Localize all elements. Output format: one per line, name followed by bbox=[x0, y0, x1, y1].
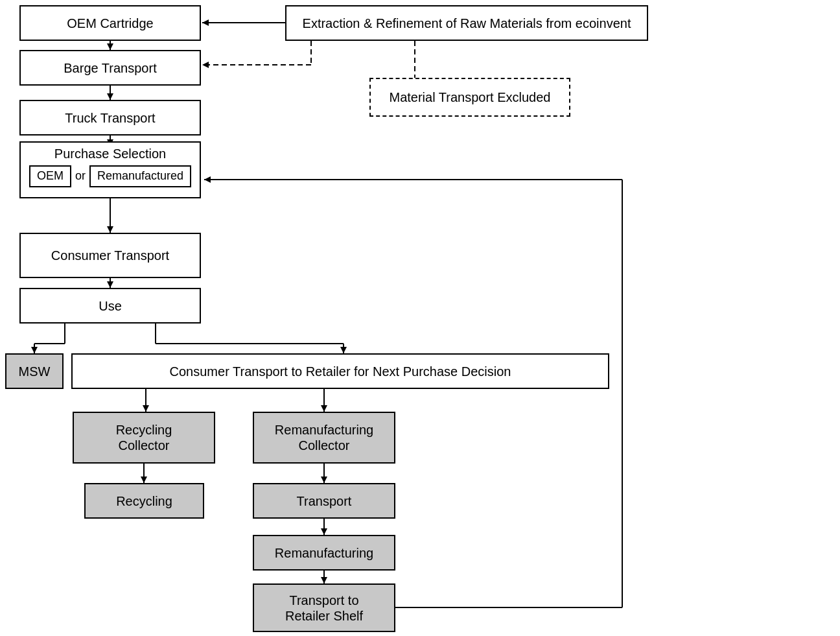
svg-marker-25 bbox=[321, 477, 327, 483]
svg-marker-9 bbox=[107, 281, 113, 288]
remanufactured-option: Remanufactured bbox=[89, 165, 191, 187]
consumer-transport-box: Consumer Transport bbox=[19, 233, 201, 278]
recycling-label: Recycling bbox=[116, 493, 172, 509]
svg-marker-35 bbox=[202, 19, 209, 26]
svg-marker-3 bbox=[107, 93, 113, 100]
recycling-collector-box: RecyclingCollector bbox=[73, 412, 215, 464]
transport-label: Transport bbox=[297, 493, 352, 509]
truck-transport-box: Truck Transport bbox=[19, 100, 201, 135]
purchase-selection-box: Purchase Selection OEM or Remanufactured bbox=[19, 141, 201, 198]
transport-box: Transport bbox=[253, 483, 395, 519]
truck-transport-label: Truck Transport bbox=[65, 110, 155, 126]
remanufacturing-collector-label: RemanufacturingCollector bbox=[275, 422, 373, 453]
svg-marker-21 bbox=[321, 405, 327, 412]
extraction-box: Extraction & Refinement of Raw Materials… bbox=[285, 5, 648, 41]
or-text: or bbox=[75, 169, 86, 183]
svg-marker-13 bbox=[31, 347, 38, 353]
remanufacturing-collector-box: RemanufacturingCollector bbox=[253, 412, 395, 464]
svg-marker-7 bbox=[107, 226, 113, 233]
recycling-box: Recycling bbox=[84, 483, 204, 519]
consumer-transport-retailer-box: Consumer Transport to Retailer for Next … bbox=[71, 353, 609, 389]
svg-marker-1 bbox=[107, 43, 113, 50]
svg-marker-33 bbox=[204, 176, 211, 183]
use-box: Use bbox=[19, 288, 201, 324]
transport-retailer-shelf-box: Transport toRetailer Shelf bbox=[253, 583, 395, 632]
consumer-transport-label: Consumer Transport bbox=[51, 248, 169, 263]
svg-marker-27 bbox=[321, 528, 327, 535]
use-label: Use bbox=[99, 298, 122, 314]
svg-marker-23 bbox=[141, 477, 147, 483]
barge-transport-box: Barge Transport bbox=[19, 50, 201, 86]
svg-marker-19 bbox=[143, 405, 149, 412]
msw-label: MSW bbox=[19, 364, 51, 379]
svg-marker-38 bbox=[202, 62, 209, 68]
oem-cartridge-box: OEM Cartridge bbox=[19, 5, 201, 41]
svg-marker-29 bbox=[321, 577, 327, 583]
transport-retailer-shelf-label: Transport toRetailer Shelf bbox=[285, 593, 363, 624]
oem-cartridge-label: OEM Cartridge bbox=[67, 16, 153, 31]
barge-transport-label: Barge Transport bbox=[64, 60, 156, 76]
purchase-selection-label: Purchase Selection bbox=[54, 146, 166, 161]
msw-box: MSW bbox=[5, 353, 64, 389]
material-transport-label: Material Transport Excluded bbox=[389, 89, 550, 105]
remanufacturing-label: Remanufacturing bbox=[275, 545, 373, 561]
recycling-collector-label: RecyclingCollector bbox=[116, 422, 172, 453]
oem-option: OEM bbox=[29, 165, 71, 187]
consumer-transport-retailer-label: Consumer Transport to Retailer for Next … bbox=[170, 364, 511, 379]
diagram: OEM Cartridge Barge Transport Truck Tran… bbox=[0, 0, 840, 636]
svg-marker-17 bbox=[340, 347, 347, 353]
remanufacturing-box: Remanufacturing bbox=[253, 535, 395, 571]
extraction-label: Extraction & Refinement of Raw Materials… bbox=[303, 16, 631, 31]
material-transport-box: Material Transport Excluded bbox=[369, 78, 570, 117]
